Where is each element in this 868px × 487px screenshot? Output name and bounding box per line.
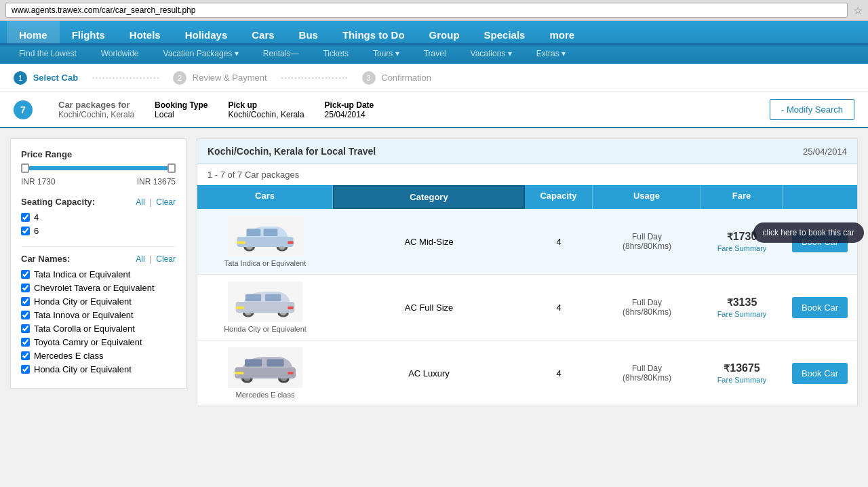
svg-rect-24 (267, 359, 284, 366)
svg-rect-15 (265, 294, 281, 301)
car-svg-1 (231, 218, 299, 255)
pickup-info: Pick up Kochi/Cochin, Kerala (229, 100, 304, 119)
fare-amount-1: ₹1730 (701, 231, 783, 243)
nav-top: Home Flights Hotels Holidays Cars Bus Th… (0, 21, 868, 43)
step-2-label: Review & Payment (193, 73, 267, 83)
nav-sub-vacation[interactable]: Vacation Packages ▾ (151, 47, 251, 64)
nav-sub-tours[interactable]: Tours ▾ (361, 47, 412, 64)
price-max: INR 13675 (137, 177, 176, 187)
car-checkbox-tata-innova[interactable] (21, 311, 30, 319)
car-names-all-link[interactable]: All (136, 254, 144, 264)
book-cell-3: Book Car (783, 359, 857, 387)
fare-summary-1[interactable]: Fare Summary (717, 244, 767, 252)
car-svg-2 (231, 284, 299, 321)
car-fare-3: ₹13675 Fare Summary (701, 362, 783, 385)
svg-rect-23 (245, 359, 262, 366)
svg-rect-26 (288, 371, 293, 374)
car-label-chevrolet: Chevrolet Tavera or Equivalent (34, 283, 155, 293)
price-range-fill (21, 166, 176, 170)
book-car-button-3[interactable]: Book Car (792, 363, 848, 384)
modify-search-button[interactable]: - Modify Search (770, 99, 854, 120)
step-sep-2: ···················· (281, 71, 349, 85)
seating-option-6: 6 (21, 226, 176, 236)
nav-sub-extras[interactable]: Extras ▾ (524, 47, 578, 64)
fare-summary-2[interactable]: Fare Summary (717, 310, 767, 318)
car-checkbox-tata-indica[interactable] (21, 270, 30, 279)
car-names-label: Car Names: (21, 254, 70, 264)
booking-location: Kochi/Cochin, Kerala (58, 110, 134, 119)
seating-filter-links: All | Clear (136, 197, 176, 207)
car-names-header: Car Names: All | Clear (21, 246, 176, 264)
th-capacity: Capacity (525, 185, 593, 209)
steps-bar: 1 Select Cab ···················· 2 Revi… (0, 64, 868, 92)
car-checkbox-honda-city-2[interactable] (21, 365, 30, 374)
seating-clear-link[interactable]: Clear (156, 197, 176, 207)
car-checkbox-toyota-camry[interactable] (21, 338, 30, 347)
browser-star-icon[interactable]: ☆ (853, 4, 863, 17)
nav-bus[interactable]: Bus (287, 21, 330, 43)
car-category-3: AC Luxury (333, 365, 525, 382)
car-checkbox-mercedes[interactable] (21, 351, 30, 360)
price-range-thumb-right[interactable] (167, 163, 176, 173)
car-name-1: Tata Indica or Equivalent (224, 259, 306, 267)
th-usage: Usage (593, 185, 701, 209)
th-category[interactable]: Category (333, 185, 525, 209)
car-option-honda-city: Honda City or Equivalent (21, 296, 176, 307)
pickup-date-value: 25/04/2014 (325, 110, 366, 119)
seating-checkbox-6[interactable] (21, 227, 30, 235)
step-3: 3 Confirmation (362, 71, 431, 85)
car-label-tata-innova: Tata Innova or Equivalent (34, 310, 134, 320)
book-car-button-1[interactable]: Book Car (792, 231, 848, 252)
car-checkbox-tata-corolla[interactable] (21, 324, 30, 333)
car-category-2: AC Full Size (333, 299, 525, 316)
price-range-thumb-left[interactable] (21, 163, 29, 173)
nav-specials[interactable]: Specials (472, 21, 538, 43)
car-option-honda-city-2: Honda City or Equivalent (21, 364, 176, 374)
car-checkbox-chevrolet[interactable] (21, 284, 30, 292)
nav-sub-vacations[interactable]: Vacations ▾ (458, 47, 524, 64)
svg-rect-13 (236, 302, 295, 313)
nav-things[interactable]: Things to Do (330, 21, 417, 43)
nav-sub-travel[interactable]: Travel (412, 47, 458, 64)
step-1-label: Select Cab (33, 73, 78, 83)
booking-type-label: Booking Type (155, 100, 208, 110)
car-option-tata-indica: Tata Indica or Equivalent (21, 269, 176, 279)
navigation: Home Flights Hotels Holidays Cars Bus Th… (0, 21, 868, 64)
nav-sub-rentals[interactable]: Rentals— (251, 47, 311, 64)
nav-more[interactable]: more (537, 21, 587, 43)
seating-label: Seating Capacity: (21, 197, 95, 207)
car-img-cell-3: Mercedes E class (197, 347, 333, 399)
svg-rect-4 (237, 236, 293, 246)
nav-sub-worldwide[interactable]: Worldwide (89, 47, 151, 64)
nav-bottom: Find the Lowest Worldwide Vacation Packa… (0, 47, 868, 64)
car-option-tata-corolla: Tata Corolla or Equivalent (21, 324, 176, 334)
nav-home[interactable]: Home (7, 21, 60, 43)
nav-holidays[interactable]: Holidays (173, 21, 240, 43)
pickup-value: Kochi/Cochin, Kerala (229, 110, 304, 119)
car-option-toyota-camry: Toyota Camry or Equivalent (21, 337, 176, 347)
car-image-2 (228, 281, 302, 322)
nav-sub-tickets[interactable]: Tickets (311, 47, 361, 64)
th-book (783, 185, 857, 209)
seating-option-4: 4 (21, 212, 176, 222)
nav-group[interactable]: Group (417, 21, 472, 43)
nav-sub-find[interactable]: Find the Lowest (7, 47, 89, 64)
seating-checkbox-4[interactable] (21, 213, 30, 222)
svg-rect-17 (288, 306, 293, 309)
main-content: Price Range INR 1730 INR 13675 Seating C… (0, 128, 868, 416)
price-min: INR 1730 (21, 177, 56, 187)
nav-flights[interactable]: Flights (60, 21, 117, 43)
seating-all-link[interactable]: All (136, 197, 144, 207)
th-fare[interactable]: Fare (701, 185, 783, 209)
car-checkbox-honda-city[interactable] (21, 297, 30, 306)
car-option-tata-innova: Tata Innova or Equivalent (21, 310, 176, 320)
car-names-clear-link[interactable]: Clear (156, 254, 176, 264)
book-car-button-2[interactable]: Book Car (792, 297, 848, 318)
car-label-toyota-camry: Toyota Camry or Equivalent (34, 337, 142, 347)
price-range-bar[interactable] (21, 166, 176, 170)
car-usage-2: Full Day(8hrs/80Kms) (593, 298, 701, 317)
nav-cars[interactable]: Cars (239, 21, 286, 43)
seating-header: Seating Capacity: All | Clear (21, 197, 176, 207)
nav-hotels[interactable]: Hotels (117, 21, 173, 43)
fare-summary-3[interactable]: Fare Summary (717, 376, 767, 384)
